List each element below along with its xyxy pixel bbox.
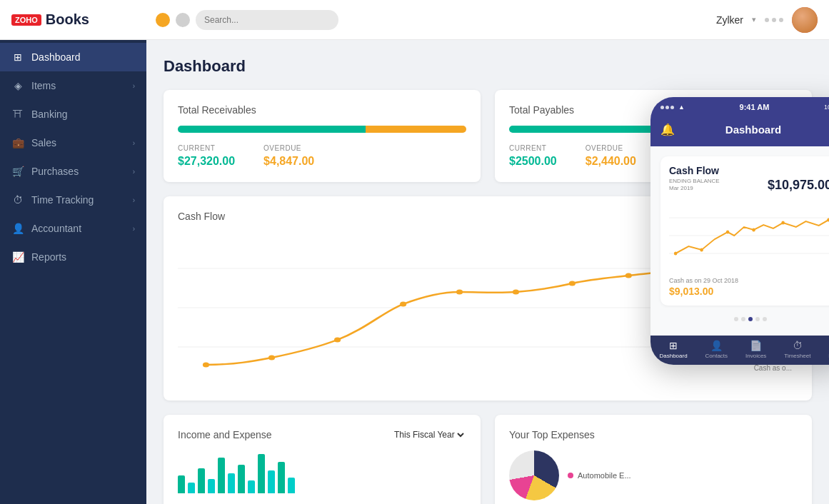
dashboard-icon: ⊞ — [11, 51, 24, 64]
fiscal-year-select[interactable]: This Fiscal Year — [391, 429, 466, 440]
items-icon: ◈ — [11, 79, 24, 92]
phone-status-left: ▲ — [660, 104, 685, 111]
phone-status-bar: ▲ 9:41 AM 100% — [650, 97, 829, 117]
sidebar-item-accountant[interactable]: 👤 Accountant › — [0, 214, 146, 243]
chevron-icon: › — [133, 196, 135, 204]
income-expense-card: Income and Expense This Fiscal Year — [164, 415, 481, 504]
nav-dashboard-icon: ⊞ — [669, 340, 678, 351]
sales-icon: 💼 — [11, 136, 24, 149]
pie-area: Automobile E... — [509, 450, 798, 500]
phone-cashflow-title: Cash Flow — [669, 165, 829, 176]
receivables-current: CURRENT $27,320.00 — [178, 144, 235, 168]
reports-icon: 📈 — [11, 251, 24, 263]
bar — [218, 458, 225, 493]
receivables-title: Total Receivables — [178, 104, 466, 116]
current-value: $27,320.00 — [178, 155, 235, 168]
sidebar-item-purchases[interactable]: 🛒 Purchases › — [0, 157, 146, 186]
overdue-value: $4,847.00 — [263, 155, 314, 168]
phone-carousel-dots — [660, 313, 829, 326]
carousel-dot — [763, 317, 767, 321]
carousel-dot — [755, 317, 760, 321]
chevron-icon: › — [133, 139, 135, 147]
phone-nav-invoices[interactable]: 📄 Invoices — [745, 340, 766, 359]
phone-chart-point — [781, 221, 785, 225]
chart-point — [569, 281, 576, 286]
nav-invoices-label: Invoices — [745, 353, 766, 359]
carousel-dot — [734, 317, 738, 321]
logo-name: Books — [46, 11, 89, 28]
time-tracking-icon: ⏱ — [11, 193, 24, 206]
sidebar-item-dashboard[interactable]: ⊞ Dashboard — [0, 43, 146, 71]
logo-area: ZOHO Books — [11, 11, 147, 28]
legend-dot — [568, 473, 573, 478]
sidebar-item-label: Dashboard — [31, 51, 135, 63]
payables-current: CURRENT $2500.00 — [509, 144, 557, 168]
sidebar: ⊞ Dashboard ◈ Items › ⛩ Banking 💼 Sales … — [0, 40, 146, 504]
phone-chart-point — [700, 248, 703, 252]
phone-header: 🔔 Dashboard ↺ — [650, 117, 829, 146]
nav-timesheet-label: Timesheet — [784, 353, 810, 359]
topbar-dots — [765, 18, 783, 22]
chart-point — [268, 356, 275, 361]
sidebar-item-sales[interactable]: 💼 Sales › — [0, 128, 146, 157]
topbar-dot-yellow — [156, 13, 170, 27]
wifi-icon: ▲ — [678, 104, 685, 111]
payables-overdue: OVERDUE $2,440.00 — [586, 144, 636, 168]
top-expenses-header: Your Top Expenses — [509, 429, 798, 440]
phone-nav-dashboard[interactable]: ⊞ Dashboard — [659, 340, 687, 359]
phone-nav-timesheet[interactable]: ⏱ Timesheet — [784, 340, 810, 359]
phone-chart-svg — [669, 200, 829, 271]
phone-line — [675, 220, 828, 253]
phone-battery: 100% — [824, 104, 829, 111]
phone-bottom-nav: ⊞ Dashboard 👤 Contacts 📄 Invoices ⏱ Time… — [650, 336, 829, 365]
nav-contacts-icon: 👤 — [710, 340, 723, 351]
signal-dot — [670, 106, 674, 109]
receivables-green-bar — [178, 126, 366, 133]
org-name: Zylker — [716, 14, 743, 26]
bar — [178, 475, 185, 493]
purchases-icon: 🛒 — [11, 165, 24, 178]
current-value: $2500.00 — [509, 155, 557, 168]
pie-legend: Automobile E... — [568, 471, 631, 480]
receivables-progress — [178, 126, 466, 133]
bar — [188, 483, 195, 493]
org-chevron: ▾ — [752, 15, 756, 24]
phone-footer-amount: $9,013.00 — [669, 286, 829, 297]
sidebar-item-label: Time Tracking — [31, 194, 126, 206]
receivables-stats: CURRENT $27,320.00 OVERDUE $4,847.00 — [178, 144, 466, 168]
ending-balance-date: Mar 2019 — [669, 185, 720, 191]
receivables-yellow-bar — [366, 126, 466, 133]
sidebar-item-reports[interactable]: 📈 Reports — [0, 243, 146, 271]
income-expense-header: Income and Expense This Fiscal Year — [178, 429, 466, 440]
signal-dot — [660, 106, 664, 109]
chart-point — [203, 363, 209, 368]
current-label: CURRENT — [509, 144, 557, 152]
sidebar-item-time-tracking[interactable]: ⏱ Time Tracking › — [0, 186, 146, 214]
signal-dot — [665, 106, 669, 109]
bar — [238, 465, 245, 493]
phone-overlay: ▲ 9:41 AM 100% 🔔 Dashboard ↺ Cash Flow E… — [650, 97, 829, 365]
bar — [228, 473, 235, 493]
phone-nav-contacts[interactable]: 👤 Contacts — [705, 340, 728, 359]
topbar-right: Zylker ▾ — [716, 7, 818, 33]
sidebar-item-banking[interactable]: ⛩ Banking — [0, 100, 146, 128]
bottom-cards-row: Income and Expense This Fiscal Year — [164, 415, 812, 504]
sidebar-item-label: Banking — [31, 109, 135, 120]
bar — [248, 480, 255, 493]
income-expense-title: Income and Expense — [178, 429, 272, 440]
sidebar-item-label: Reports — [31, 251, 135, 263]
chart-point — [334, 338, 341, 343]
avatar[interactable] — [792, 7, 818, 33]
sidebar-item-items[interactable]: ◈ Items › — [0, 71, 146, 100]
bell-icon: 🔔 — [660, 123, 675, 136]
nav-dashboard-label: Dashboard — [659, 353, 687, 359]
topbar: ZOHO Books Zylker ▾ — [0, 0, 829, 40]
chart-point — [456, 290, 463, 295]
phone-chart-point — [674, 252, 678, 256]
legend-label: Automobile E... — [578, 471, 631, 480]
overdue-label: OVERDUE — [586, 144, 636, 152]
overdue-value: $2,440.00 — [586, 155, 636, 168]
search-input[interactable] — [196, 10, 338, 30]
bar — [258, 454, 265, 493]
nav-invoices-icon: 📄 — [750, 340, 762, 351]
